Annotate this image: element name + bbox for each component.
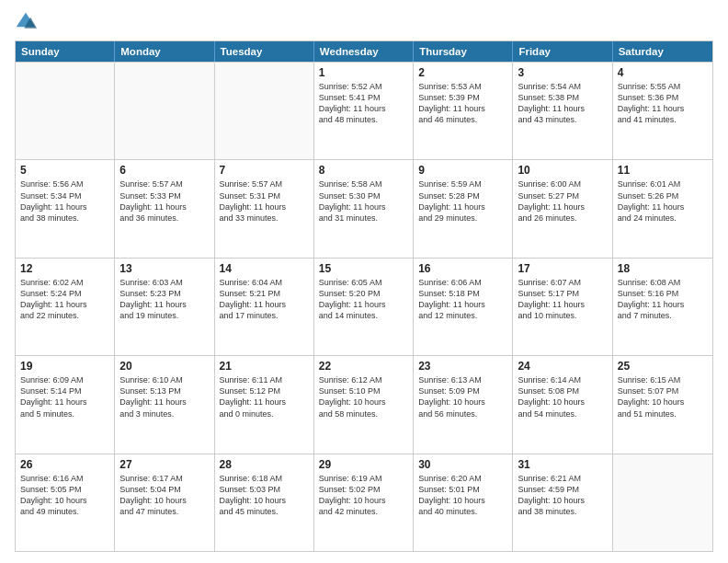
cell-date-24: 24 (518, 360, 607, 373)
cal-cell-18: 18Sunrise: 6:08 AM Sunset: 5:16 PM Dayli… (613, 259, 712, 355)
cal-cell-26: 26Sunrise: 6:16 AM Sunset: 5:05 PM Dayli… (16, 454, 115, 551)
header-day-friday: Friday (513, 41, 612, 62)
cal-cell-25: 25Sunrise: 6:15 AM Sunset: 5:07 PM Dayli… (613, 356, 712, 453)
cell-date-5: 5 (20, 164, 109, 177)
cal-row-2: 12Sunrise: 6:02 AM Sunset: 5:24 PM Dayli… (16, 258, 712, 355)
cell-info-28: Sunrise: 6:18 AM Sunset: 5:03 PM Dayligh… (220, 473, 309, 518)
cell-date-21: 21 (220, 360, 309, 373)
cal-cell-7: 7Sunrise: 5:57 AM Sunset: 5:31 PM Daylig… (215, 160, 314, 257)
cell-date-6: 6 (119, 164, 209, 177)
cal-row-3: 19Sunrise: 6:09 AM Sunset: 5:14 PM Dayli… (16, 355, 712, 453)
cell-info-17: Sunrise: 6:07 AM Sunset: 5:17 PM Dayligh… (518, 277, 607, 322)
cell-info-4: Sunrise: 5:55 AM Sunset: 5:36 PM Dayligh… (618, 81, 708, 126)
cell-date-9: 9 (418, 164, 507, 177)
cal-cell-empty (613, 454, 712, 551)
cell-date-20: 20 (119, 360, 209, 373)
cal-cell-empty (215, 63, 314, 159)
cal-row-0: 1Sunrise: 5:52 AM Sunset: 5:41 PM Daylig… (16, 62, 712, 159)
cal-cell-28: 28Sunrise: 6:18 AM Sunset: 5:03 PM Dayli… (215, 454, 314, 551)
cal-cell-10: 10Sunrise: 6:00 AM Sunset: 5:27 PM Dayli… (513, 160, 612, 257)
cal-cell-15: 15Sunrise: 6:05 AM Sunset: 5:20 PM Dayli… (314, 259, 414, 355)
cell-info-21: Sunrise: 6:11 AM Sunset: 5:12 PM Dayligh… (220, 374, 309, 419)
cell-date-17: 17 (518, 262, 607, 275)
cell-date-14: 14 (220, 262, 309, 275)
cell-date-3: 3 (518, 66, 607, 79)
cell-date-31: 31 (518, 458, 607, 471)
cell-date-4: 4 (618, 66, 708, 79)
cal-cell-3: 3Sunrise: 5:54 AM Sunset: 5:38 PM Daylig… (513, 63, 612, 159)
header-day-tuesday: Tuesday (215, 41, 314, 62)
cell-date-26: 26 (20, 458, 109, 471)
cell-date-2: 2 (418, 66, 507, 79)
cal-cell-20: 20Sunrise: 6:10 AM Sunset: 5:13 PM Dayli… (115, 356, 214, 453)
cell-info-30: Sunrise: 6:20 AM Sunset: 5:01 PM Dayligh… (418, 473, 507, 518)
cell-date-18: 18 (618, 262, 708, 275)
cell-info-18: Sunrise: 6:08 AM Sunset: 5:16 PM Dayligh… (618, 277, 708, 322)
cell-info-16: Sunrise: 6:06 AM Sunset: 5:18 PM Dayligh… (418, 277, 507, 322)
cal-cell-empty (115, 63, 214, 159)
cal-cell-6: 6Sunrise: 5:57 AM Sunset: 5:33 PM Daylig… (115, 160, 214, 257)
cal-cell-30: 30Sunrise: 6:20 AM Sunset: 5:01 PM Dayli… (414, 454, 513, 551)
cell-date-12: 12 (20, 262, 109, 275)
cal-cell-5: 5Sunrise: 5:56 AM Sunset: 5:34 PM Daylig… (16, 160, 115, 257)
cal-cell-31: 31Sunrise: 6:21 AM Sunset: 4:59 PM Dayli… (513, 454, 612, 551)
cell-date-16: 16 (418, 262, 507, 275)
cell-date-10: 10 (518, 164, 607, 177)
cell-info-22: Sunrise: 6:12 AM Sunset: 5:10 PM Dayligh… (319, 374, 408, 419)
cell-info-25: Sunrise: 6:15 AM Sunset: 5:07 PM Dayligh… (618, 374, 708, 419)
cal-row-4: 26Sunrise: 6:16 AM Sunset: 5:05 PM Dayli… (16, 454, 712, 551)
cell-info-23: Sunrise: 6:13 AM Sunset: 5:09 PM Dayligh… (418, 374, 507, 419)
cell-date-29: 29 (319, 458, 408, 471)
cell-info-27: Sunrise: 6:17 AM Sunset: 5:04 PM Dayligh… (119, 473, 209, 518)
header-day-saturday: Saturday (613, 41, 712, 62)
cal-cell-4: 4Sunrise: 5:55 AM Sunset: 5:36 PM Daylig… (613, 63, 712, 159)
header-day-thursday: Thursday (414, 41, 513, 62)
cell-info-7: Sunrise: 5:57 AM Sunset: 5:31 PM Dayligh… (220, 178, 309, 224)
cell-date-7: 7 (220, 164, 309, 177)
cal-cell-19: 19Sunrise: 6:09 AM Sunset: 5:14 PM Dayli… (16, 356, 115, 453)
cell-info-14: Sunrise: 6:04 AM Sunset: 5:21 PM Dayligh… (220, 277, 309, 322)
cell-date-11: 11 (618, 164, 708, 177)
cell-info-6: Sunrise: 5:57 AM Sunset: 5:33 PM Dayligh… (119, 178, 209, 224)
cell-info-31: Sunrise: 6:21 AM Sunset: 4:59 PM Dayligh… (518, 473, 607, 518)
cal-cell-17: 17Sunrise: 6:07 AM Sunset: 5:17 PM Dayli… (513, 259, 612, 355)
cell-info-15: Sunrise: 6:05 AM Sunset: 5:20 PM Dayligh… (319, 277, 408, 322)
cal-cell-2: 2Sunrise: 5:53 AM Sunset: 5:39 PM Daylig… (414, 63, 513, 159)
cal-cell-29: 29Sunrise: 6:19 AM Sunset: 5:02 PM Dayli… (314, 454, 414, 551)
cell-date-19: 19 (20, 360, 109, 373)
cal-cell-24: 24Sunrise: 6:14 AM Sunset: 5:08 PM Dayli… (513, 356, 612, 453)
cell-info-2: Sunrise: 5:53 AM Sunset: 5:39 PM Dayligh… (418, 81, 507, 126)
cal-cell-9: 9Sunrise: 5:59 AM Sunset: 5:28 PM Daylig… (414, 160, 513, 257)
cell-date-22: 22 (319, 360, 408, 373)
cal-cell-1: 1Sunrise: 5:52 AM Sunset: 5:41 PM Daylig… (314, 63, 414, 159)
cell-info-10: Sunrise: 6:00 AM Sunset: 5:27 PM Dayligh… (518, 178, 607, 224)
cell-date-27: 27 (119, 458, 209, 471)
header-day-wednesday: Wednesday (314, 41, 414, 62)
cell-info-12: Sunrise: 6:02 AM Sunset: 5:24 PM Dayligh… (20, 277, 109, 322)
cell-date-1: 1 (319, 66, 408, 79)
calendar-header: SundayMondayTuesdayWednesdayThursdayFrid… (16, 41, 712, 62)
cell-info-20: Sunrise: 6:10 AM Sunset: 5:13 PM Dayligh… (119, 374, 209, 419)
cal-cell-empty (16, 63, 115, 159)
cell-info-8: Sunrise: 5:58 AM Sunset: 5:30 PM Dayligh… (319, 178, 408, 224)
calendar: SundayMondayTuesdayWednesdayThursdayFrid… (15, 40, 713, 552)
cal-cell-23: 23Sunrise: 6:13 AM Sunset: 5:09 PM Dayli… (414, 356, 513, 453)
cal-cell-22: 22Sunrise: 6:12 AM Sunset: 5:10 PM Dayli… (314, 356, 414, 453)
cell-info-9: Sunrise: 5:59 AM Sunset: 5:28 PM Dayligh… (418, 178, 507, 224)
header-day-sunday: Sunday (16, 41, 115, 62)
calendar-body: 1Sunrise: 5:52 AM Sunset: 5:41 PM Daylig… (16, 62, 712, 551)
cal-cell-11: 11Sunrise: 6:01 AM Sunset: 5:26 PM Dayli… (613, 160, 712, 257)
cal-cell-21: 21Sunrise: 6:11 AM Sunset: 5:12 PM Dayli… (215, 356, 314, 453)
cell-info-24: Sunrise: 6:14 AM Sunset: 5:08 PM Dayligh… (518, 374, 607, 419)
cell-date-15: 15 (319, 262, 408, 275)
logo (15, 11, 40, 33)
cell-info-5: Sunrise: 5:56 AM Sunset: 5:34 PM Dayligh… (20, 178, 109, 224)
cell-info-3: Sunrise: 5:54 AM Sunset: 5:38 PM Dayligh… (518, 81, 607, 126)
cell-info-29: Sunrise: 6:19 AM Sunset: 5:02 PM Dayligh… (319, 473, 408, 518)
cell-info-19: Sunrise: 6:09 AM Sunset: 5:14 PM Dayligh… (20, 374, 109, 419)
cell-date-23: 23 (418, 360, 507, 373)
cell-info-1: Sunrise: 5:52 AM Sunset: 5:41 PM Dayligh… (319, 81, 408, 126)
cell-info-13: Sunrise: 6:03 AM Sunset: 5:23 PM Dayligh… (119, 277, 209, 322)
cell-date-13: 13 (119, 262, 209, 275)
logo-icon (15, 11, 37, 33)
